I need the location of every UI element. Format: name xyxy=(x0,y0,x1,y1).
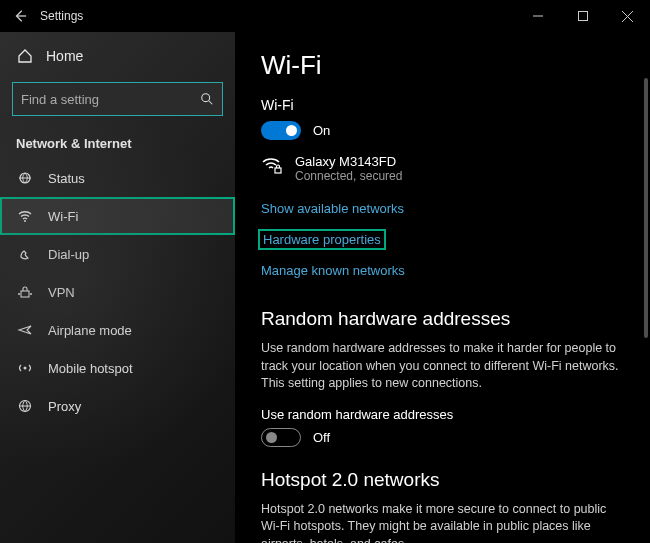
maximize-button[interactable] xyxy=(560,0,605,32)
hotspot-icon xyxy=(16,360,34,376)
close-button[interactable] xyxy=(605,0,650,32)
sidebar-item-vpn[interactable]: VPN xyxy=(0,273,235,311)
hotspot20-desc: Hotspot 2.0 networks make it more secure… xyxy=(261,501,624,544)
search-icon xyxy=(200,92,214,106)
scrollbar-thumb[interactable] xyxy=(644,78,648,338)
scrollbar[interactable] xyxy=(644,38,648,537)
dialup-icon xyxy=(16,246,34,262)
status-icon xyxy=(16,170,34,186)
random-hw-title: Random hardware addresses xyxy=(261,308,624,330)
network-text: Galaxy M3143FD Connected, secured xyxy=(295,154,402,183)
link-manage-known[interactable]: Manage known networks xyxy=(261,263,405,278)
random-hw-toggle[interactable] xyxy=(261,428,301,447)
sidebar-item-label: Status xyxy=(48,171,85,186)
sidebar-item-dialup[interactable]: Dial-up xyxy=(0,235,235,273)
sidebar-item-hotspot[interactable]: Mobile hotspot xyxy=(0,349,235,387)
random-hw-toggle-row: Off xyxy=(261,428,624,447)
search-input[interactable]: Find a setting xyxy=(12,82,223,116)
link-hardware-properties[interactable]: Hardware properties xyxy=(261,232,383,247)
svg-point-12 xyxy=(24,367,27,370)
wifi-icon xyxy=(16,208,34,224)
svg-line-5 xyxy=(209,101,213,105)
minimize-icon xyxy=(533,11,543,21)
wifi-toggle-row: On xyxy=(261,121,624,140)
svg-point-10 xyxy=(18,293,20,295)
body: Home Find a setting Network & Internet S… xyxy=(0,32,650,543)
random-hw-toggle-label: Use random hardware addresses xyxy=(261,407,624,422)
network-name: Galaxy M3143FD xyxy=(295,154,402,169)
window-title: Settings xyxy=(40,9,83,23)
hotspot20-title: Hotspot 2.0 networks xyxy=(261,469,624,491)
vpn-icon xyxy=(16,284,34,300)
arrow-left-icon xyxy=(13,9,27,23)
home-icon xyxy=(16,48,34,64)
sidebar-item-label: Mobile hotspot xyxy=(48,361,133,376)
wifi-subheading: Wi-Fi xyxy=(261,97,624,113)
svg-point-4 xyxy=(202,94,210,102)
proxy-icon xyxy=(16,398,34,414)
maximize-icon xyxy=(578,11,588,21)
settings-window: Settings Home Find a xyxy=(0,0,650,543)
svg-point-8 xyxy=(24,220,26,222)
wifi-toggle[interactable] xyxy=(261,121,301,140)
sidebar-item-label: Wi-Fi xyxy=(48,209,78,224)
svg-rect-1 xyxy=(578,12,587,21)
airplane-icon xyxy=(16,322,34,338)
svg-rect-9 xyxy=(21,291,29,297)
sidebar: Home Find a setting Network & Internet S… xyxy=(0,32,235,543)
content-area: Wi-Fi Wi-Fi On xyxy=(235,32,650,543)
current-network[interactable]: Galaxy M3143FD Connected, secured xyxy=(261,154,624,183)
sidebar-item-proxy[interactable]: Proxy xyxy=(0,387,235,425)
sidebar-group-title: Network & Internet xyxy=(0,126,235,159)
wifi-secured-icon xyxy=(261,154,283,176)
sidebar-item-label: Proxy xyxy=(48,399,81,414)
wifi-toggle-state: On xyxy=(313,123,330,138)
random-hw-desc: Use random hardware addresses to make it… xyxy=(261,340,624,393)
sidebar-item-status[interactable]: Status xyxy=(0,159,235,197)
network-status: Connected, secured xyxy=(295,169,402,183)
svg-point-11 xyxy=(30,293,32,295)
page-title: Wi-Fi xyxy=(261,50,624,81)
link-show-networks[interactable]: Show available networks xyxy=(261,201,404,216)
sidebar-item-label: VPN xyxy=(48,285,75,300)
window-controls xyxy=(515,0,650,32)
home-nav[interactable]: Home xyxy=(0,36,235,76)
close-icon xyxy=(622,11,633,22)
search-placeholder: Find a setting xyxy=(21,92,99,107)
minimize-button[interactable] xyxy=(515,0,560,32)
search-wrap: Find a setting xyxy=(12,82,223,116)
back-button[interactable] xyxy=(0,0,40,32)
sidebar-item-label: Airplane mode xyxy=(48,323,132,338)
titlebar-left: Settings xyxy=(0,0,83,32)
sidebar-item-wifi[interactable]: Wi-Fi xyxy=(0,197,235,235)
svg-rect-15 xyxy=(275,168,281,173)
toggle-knob xyxy=(286,125,297,136)
sidebar-item-airplane[interactable]: Airplane mode xyxy=(0,311,235,349)
sidebar-item-label: Dial-up xyxy=(48,247,89,262)
home-label: Home xyxy=(46,48,83,64)
titlebar: Settings xyxy=(0,0,650,32)
toggle-knob xyxy=(266,432,277,443)
random-hw-toggle-state: Off xyxy=(313,430,330,445)
